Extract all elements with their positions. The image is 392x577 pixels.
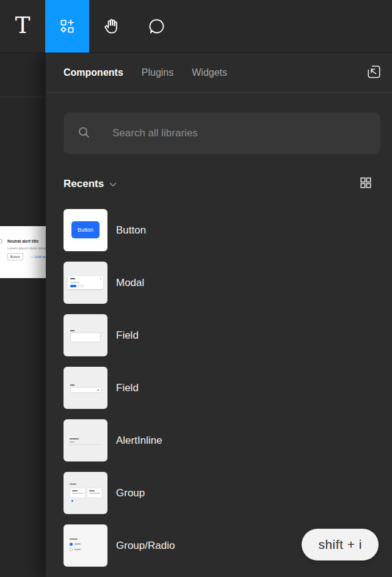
tab-plugins[interactable]: Plugins [142,67,173,78]
recents-header: Recents [64,177,380,191]
panel-tabs: Components Plugins Widgets [64,67,227,78]
comment-bubble-icon [148,17,166,35]
component-thumbnail [64,262,107,304]
component-thumbnail [64,367,107,409]
canvas-frame-edge [0,97,46,97]
component-label: AlertInline [116,435,162,447]
recents-title: Recents [64,178,104,190]
tab-widgets[interactable]: Widgets [192,67,227,78]
comment-tool-button[interactable] [134,0,180,53]
grid-view-icon [359,176,372,192]
recents-dropdown[interactable]: Recents [64,178,117,190]
alert-button: Button [7,253,23,260]
mini-button-preview: Button [71,221,100,238]
resources-tool-button[interactable] [45,0,89,53]
panel-content: Recents [46,93,392,577]
figma-window: T [0,0,392,577]
link-text: Link text [35,255,46,259]
chevron-down-icon [109,178,117,189]
open-library-button[interactable] [363,62,385,84]
alert-link: → Link text [30,255,46,259]
component-row-button[interactable]: Button Button [64,209,380,251]
panel-header: Components Plugins Widgets [46,53,392,93]
toolbar: T [0,0,392,53]
hand-tool-button[interactable] [89,0,134,53]
component-row-alertinline[interactable]: AlertInline [64,419,380,461]
grid-view-toggle[interactable] [358,176,374,192]
component-label: Modal [116,277,144,289]
canvas-alert-preview: Neutral alert title Lorem ipsum dolor am… [0,226,46,278]
mini-modal-preview [68,276,103,289]
popout-arrow-icon [366,64,382,83]
alert-title: Neutral alert title [7,239,38,243]
canvas-area: Neutral alert title Lorem ipsum dolor am… [0,53,46,577]
component-label: Group/Radio [116,540,175,552]
component-thumbnail [64,472,107,514]
component-row-field[interactable]: Field [64,314,380,356]
keyboard-shortcut-badge: shift + i [302,529,379,560]
resources-panel: Components Plugins Widgets [46,53,392,577]
component-label: Button [116,224,146,237]
alert-info-icon [0,239,2,243]
component-row-modal[interactable]: Modal [64,262,380,304]
component-thumbnail [64,524,107,567]
component-thumbnail: Button [64,209,107,251]
component-label: Field [116,329,139,342]
component-row-group[interactable]: Group [64,472,380,514]
component-thumbnail [64,419,107,461]
component-row-field-select[interactable]: Field [64,367,380,409]
alert-body-text: Lorem ipsum dolor amet consect [7,246,46,250]
search-icon [77,125,112,142]
component-list: Button Button Modal [64,209,380,567]
window-body: Neutral alert title Lorem ipsum dolor am… [0,53,392,577]
hand-icon [103,17,121,35]
search-bar [64,112,380,154]
link-arrow-icon: → [30,255,34,259]
tab-components[interactable]: Components [64,67,123,78]
component-label: Group [116,487,145,499]
text-tool-icon: T [15,14,31,37]
text-tool-button[interactable]: T [0,0,45,53]
search-input[interactable] [112,112,380,154]
resources-icon [59,18,76,35]
component-thumbnail [64,314,107,356]
component-label: Field [116,382,139,394]
